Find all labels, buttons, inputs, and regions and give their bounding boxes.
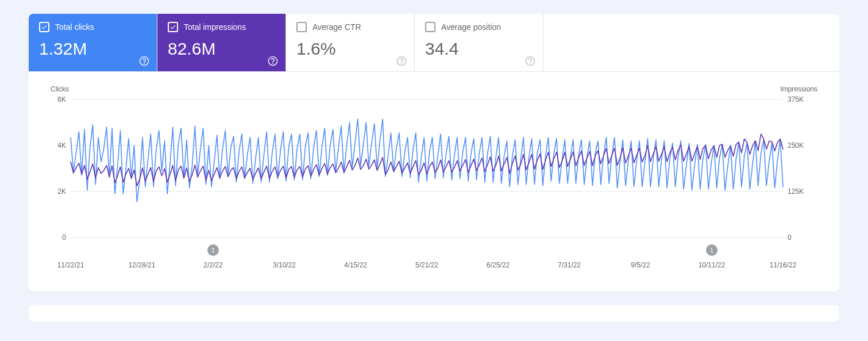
tile-total-clicks[interactable]: Total clicks 1.32M [29,14,157,71]
svg-text:5/21/22: 5/21/22 [415,261,438,269]
performance-card: Total clicks 1.32M Total impressions 82.… [29,14,839,292]
svg-text:4K: 4K [57,141,66,150]
svg-text:12/28/21: 12/28/21 [129,261,156,269]
tile-total-impressions[interactable]: Total impressions 82.6M [157,14,286,71]
tile-value: 1.6% [296,40,404,58]
checkbox-unchecked-icon [296,22,307,32]
svg-text:Impressions: Impressions [780,85,817,93]
svg-text:7/31/22: 7/31/22 [558,261,581,269]
tile-label: Average position [441,22,501,32]
tile-average-ctr[interactable]: Average CTR 1.6% [286,14,415,71]
svg-text:9/5/22: 9/5/22 [631,261,650,269]
svg-text:Clicks: Clicks [51,85,69,93]
next-card-placeholder [29,305,839,321]
tile-label: Average CTR [313,22,361,32]
svg-text:2/2/22: 2/2/22 [203,261,223,269]
checkbox-checked-icon [39,22,49,32]
svg-text:0: 0 [788,233,792,242]
tile-value: 82.6M [168,40,275,58]
help-icon[interactable] [267,55,279,67]
tile-label: Total impressions [184,22,246,32]
svg-text:6K: 6K [57,95,66,104]
metric-tiles: Total clicks 1.32M Total impressions 82.… [29,14,839,72]
svg-text:10/11/22: 10/11/22 [699,261,726,269]
svg-text:3/10/22: 3/10/22 [273,261,296,269]
svg-text:1: 1 [710,247,713,254]
tile-average-position[interactable]: Average position 34.4 [415,14,543,71]
svg-text:125K: 125K [788,187,804,196]
svg-text:11/16/22: 11/16/22 [770,261,797,269]
chart-area: ClicksImpressions02K4K6K0125K250K375K11/… [29,72,839,278]
tile-label: Total clicks [55,22,94,32]
help-icon[interactable] [524,55,536,67]
tile-value: 34.4 [425,40,533,58]
performance-chart[interactable]: ClicksImpressions02K4K6K0125K250K375K11/… [39,82,820,278]
help-icon[interactable] [138,55,150,67]
checkbox-unchecked-icon [425,22,435,32]
svg-text:375K: 375K [788,95,804,104]
tile-value: 1.32M [39,40,146,58]
svg-text:0: 0 [62,233,66,242]
svg-text:4/15/22: 4/15/22 [344,261,367,269]
svg-text:11/22/21: 11/22/21 [57,261,84,269]
svg-text:1: 1 [211,247,215,254]
svg-text:250K: 250K [788,141,804,150]
help-icon[interactable] [396,55,407,67]
checkbox-checked-icon [168,22,178,32]
svg-text:6/25/22: 6/25/22 [487,261,510,269]
svg-text:2K: 2K [57,187,66,196]
